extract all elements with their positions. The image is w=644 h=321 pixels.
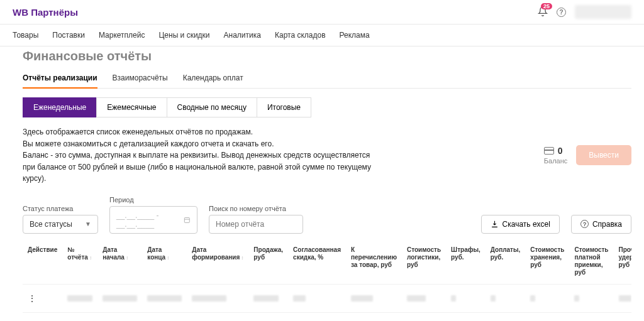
subtab[interactable]: Ежемесячные <box>96 97 167 117</box>
cell-placeholder <box>530 295 535 302</box>
balance-block: 0 Баланс Вывести <box>544 126 631 185</box>
column-header[interactable]: Дата начала↕ <box>97 241 142 285</box>
reports-table: Действие№ отчёта↕Дата начала↕Дата конца↕… <box>23 241 631 321</box>
question-icon: ? <box>580 220 589 228</box>
balance-info: 0 Баланс <box>544 146 567 165</box>
period-subtabs: ЕженедельныеЕжемесячныеСводные по месяцу… <box>23 97 631 117</box>
balance-value-row: 0 <box>544 146 567 156</box>
withdraw-button[interactable]: Вывести <box>576 145 631 165</box>
nav-item[interactable]: Маркетплейс <box>99 31 145 40</box>
sort-icon: ↕ <box>167 255 169 261</box>
header-actions: 25 ? <box>538 5 631 19</box>
nav-item[interactable]: Реклама <box>340 31 370 40</box>
desc-line-1: Здесь отображается список еженедельных о… <box>23 126 375 138</box>
row-actions-button[interactable]: ⋮ <box>28 293 36 303</box>
table-row: ⋮ <box>23 312 631 321</box>
tab[interactable]: Взаиморасчёты <box>113 68 168 88</box>
main-nav: ТоварыПоставкиМаркетплейсЦены и скидкиАн… <box>0 24 644 46</box>
nav-item[interactable]: Аналитика <box>224 31 261 40</box>
column-header: Прочие удержания, руб <box>614 241 631 285</box>
cell-placeholder <box>67 295 92 302</box>
balance-value: 0 <box>558 146 563 156</box>
info-row: Здесь отображается список еженедельных о… <box>23 126 631 185</box>
search-filter: Поиск по номеру отчёта <box>209 205 303 234</box>
page-title: Финансовые отчёты <box>23 46 631 68</box>
sort-icon: ↕ <box>126 255 128 261</box>
cell-placeholder <box>103 295 137 302</box>
download-excel-button[interactable]: Скачать excel <box>481 215 560 234</box>
tab[interactable]: Календарь оплат <box>183 68 243 88</box>
period-filter: Период __.__.____ - __.__.____ <box>109 196 197 234</box>
sort-icon: ↕ <box>89 255 92 261</box>
table-row: ⋮ <box>23 284 631 312</box>
column-header: Штрафы, руб. <box>446 241 486 285</box>
filter-bar: Статус платежа Все статусы ▼ Период __._… <box>23 196 631 234</box>
notifications-button[interactable]: 25 <box>538 6 548 18</box>
notification-badge: 25 <box>541 3 552 9</box>
nav-item[interactable]: Товары <box>13 31 38 40</box>
cell-placeholder <box>192 295 226 302</box>
column-header: Стоимость логистики, руб <box>402 241 446 285</box>
subtab[interactable]: Сводные по месяцу <box>167 97 257 117</box>
app-header: WB Партнёры 25 ? <box>0 0 644 24</box>
search-input-wrap[interactable] <box>209 215 303 234</box>
nav-item[interactable]: Поставки <box>52 31 85 40</box>
period-placeholder: __.__.____ - __.__.____ <box>116 211 179 229</box>
help-label: Справка <box>592 220 622 229</box>
subtab[interactable]: Еженедельные <box>23 97 97 117</box>
column-header: Продажа, руб <box>248 241 288 285</box>
download-label: Скачать excel <box>502 220 550 229</box>
report-tabs: Отчёты реализацииВзаиморасчётыКалендарь … <box>23 68 631 89</box>
column-header: Действие <box>23 241 62 285</box>
column-header[interactable]: Дата формирования↕ <box>187 241 248 285</box>
column-header: Стоимость платной приемки, руб <box>569 241 613 285</box>
reports-table-wrap: Действие№ отчёта↕Дата начала↕Дата конца↕… <box>23 241 631 321</box>
cell-placeholder <box>574 295 579 302</box>
sort-icon: ↕ <box>241 255 243 261</box>
logo: WB Партнёры <box>13 7 78 18</box>
desc-line-2: Вы можете ознакомиться с детализацией ка… <box>23 138 375 150</box>
chevron-down-icon: ▼ <box>85 220 91 227</box>
column-header: Согласованная скидка, % <box>288 241 346 285</box>
search-input[interactable] <box>216 220 296 229</box>
cell-placeholder <box>451 295 456 302</box>
description-text: Здесь отображается список еженедельных о… <box>23 126 375 185</box>
status-filter: Статус платежа Все статусы ▼ <box>23 205 98 234</box>
column-header: Доплаты, руб. <box>486 241 526 285</box>
balance-label: Баланс <box>544 157 567 165</box>
status-label: Статус платежа <box>23 205 98 212</box>
cell-placeholder <box>407 295 426 302</box>
column-header[interactable]: № отчёта↕ <box>62 241 97 285</box>
calendar-icon <box>184 215 191 224</box>
search-label: Поиск по номеру отчёта <box>209 205 303 212</box>
period-label: Период <box>109 196 197 204</box>
column-header: Стоимость хранения, руб <box>525 241 569 285</box>
status-value: Все статусы <box>30 220 72 229</box>
column-header: К перечислению за товар, руб <box>346 241 402 285</box>
nav-item[interactable]: Карта складов <box>275 31 326 40</box>
cell-placeholder <box>253 295 279 302</box>
cell-placeholder <box>619 295 631 302</box>
nav-item[interactable]: Цены и скидки <box>158 31 209 40</box>
page-content: Финансовые отчёты Отчёты реализацииВзаим… <box>0 46 644 321</box>
cell-placeholder <box>351 295 373 302</box>
subtab[interactable]: Итоговые <box>257 97 311 117</box>
status-select[interactable]: Все статусы ▼ <box>23 215 98 234</box>
column-header[interactable]: Дата конца↕ <box>142 241 187 285</box>
help-button[interactable]: ? Справка <box>571 215 631 234</box>
desc-line-3: Баланс - это сумма, доступная к выплате … <box>23 150 375 185</box>
cell-placeholder <box>147 295 182 302</box>
cell-placeholder <box>293 295 306 302</box>
profile-area[interactable] <box>575 5 631 19</box>
tab[interactable]: Отчёты реализации <box>23 68 97 89</box>
cell-placeholder <box>491 295 496 302</box>
svg-rect-0 <box>185 217 190 222</box>
card-icon <box>544 147 554 155</box>
help-icon[interactable]: ? <box>557 8 566 17</box>
period-input[interactable]: __.__.____ - __.__.____ <box>109 206 197 234</box>
download-icon <box>491 220 499 228</box>
